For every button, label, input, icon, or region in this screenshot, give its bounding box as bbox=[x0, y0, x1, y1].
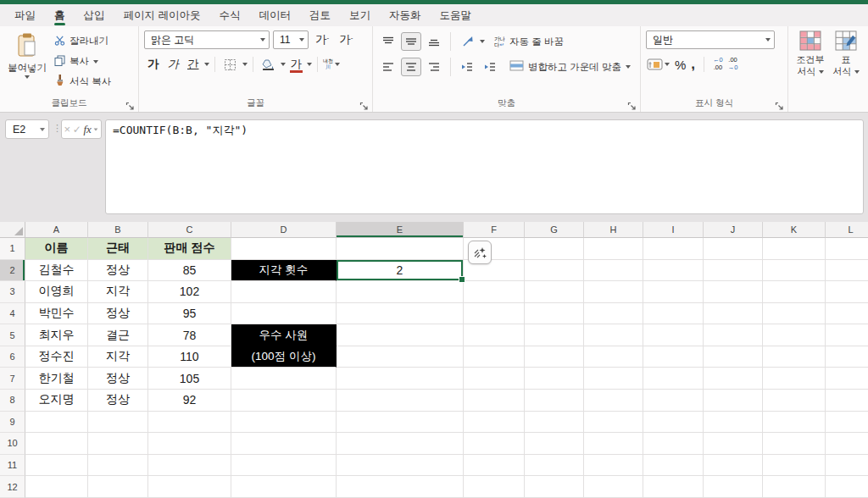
copy-button[interactable]: 복사 bbox=[54, 53, 111, 70]
cell-I1[interactable] bbox=[643, 238, 704, 260]
cell-E4[interactable] bbox=[337, 303, 464, 325]
col-header-K[interactable]: K bbox=[763, 222, 826, 238]
cell-I12[interactable] bbox=[643, 476, 704, 498]
cell-C3[interactable]: 102 bbox=[148, 281, 231, 303]
cell-A5[interactable]: 최지우 bbox=[25, 324, 88, 346]
paste-button[interactable]: 붙여넣기 bbox=[5, 30, 49, 95]
comma-style-button[interactable]: , bbox=[691, 60, 695, 69]
cell-B11[interactable] bbox=[88, 455, 148, 477]
cell-F10[interactable] bbox=[464, 433, 525, 455]
cell-J1[interactable] bbox=[704, 238, 763, 260]
cell-D11[interactable] bbox=[231, 455, 337, 477]
cell-D9[interactable] bbox=[231, 412, 337, 434]
cell-L6[interactable] bbox=[826, 346, 868, 368]
cell-K4[interactable] bbox=[763, 303, 826, 325]
cell-G12[interactable] bbox=[525, 476, 584, 498]
cell-B4[interactable]: 정상 bbox=[88, 303, 148, 325]
alignment-dialog-launcher[interactable] bbox=[627, 99, 637, 108]
insert-function-icon[interactable]: fx bbox=[83, 123, 91, 136]
cell-A1[interactable]: 이름 bbox=[25, 238, 88, 260]
cell-E5[interactable] bbox=[337, 324, 464, 346]
cell-I3[interactable] bbox=[643, 281, 704, 303]
cell-A8[interactable]: 오지명 bbox=[25, 390, 88, 412]
cell-B9[interactable] bbox=[88, 412, 148, 434]
cell-G2[interactable] bbox=[525, 260, 584, 282]
cell-B5[interactable]: 결근 bbox=[88, 324, 148, 346]
cell-L5[interactable] bbox=[826, 324, 868, 346]
cell-A12[interactable] bbox=[25, 476, 88, 498]
col-header-L[interactable]: L bbox=[826, 222, 868, 238]
wrap-text-button[interactable]: 가나다↵ 자동 줄 바꿈 bbox=[494, 36, 564, 48]
cell-K6[interactable] bbox=[763, 346, 826, 368]
cell-L3[interactable] bbox=[826, 281, 868, 303]
row-header-10[interactable]: 10 bbox=[0, 433, 25, 455]
align-middle-button[interactable] bbox=[401, 32, 421, 51]
fill-color-button[interactable] bbox=[259, 55, 279, 74]
shrink-font-button[interactable]: 가ˇ bbox=[336, 31, 356, 49]
cell-I2[interactable] bbox=[643, 260, 704, 282]
increase-indent-button[interactable] bbox=[480, 58, 500, 76]
cell-K10[interactable] bbox=[763, 433, 826, 455]
cell-B10[interactable] bbox=[88, 433, 148, 455]
cell-D10[interactable] bbox=[231, 433, 337, 455]
cell-C9[interactable] bbox=[148, 412, 231, 434]
align-center-button[interactable] bbox=[401, 58, 421, 76]
cell-I5[interactable] bbox=[643, 324, 704, 346]
cell-J7[interactable] bbox=[704, 368, 763, 390]
ribbon-tab-보기[interactable]: 보기 bbox=[340, 4, 380, 26]
cell-H12[interactable] bbox=[584, 476, 643, 498]
cell-G4[interactable] bbox=[525, 303, 584, 325]
cell-B12[interactable] bbox=[88, 476, 148, 498]
cell-B2[interactable]: 정상 bbox=[88, 260, 148, 282]
cell-A3[interactable]: 이영희 bbox=[25, 281, 88, 303]
cut-button[interactable]: 잘라내기 bbox=[54, 32, 111, 50]
cell-F7[interactable] bbox=[464, 368, 525, 390]
clipboard-dialog-launcher[interactable] bbox=[125, 99, 135, 108]
cell-L11[interactable] bbox=[826, 455, 868, 477]
cell-E10[interactable] bbox=[337, 433, 464, 455]
cell-A2[interactable]: 김철수 bbox=[25, 260, 88, 282]
underline-button[interactable]: 간 bbox=[184, 56, 203, 74]
decrease-indent-button[interactable] bbox=[457, 58, 477, 76]
ribbon-tab-파일[interactable]: 파일 bbox=[5, 4, 45, 26]
accounting-format-button[interactable] bbox=[646, 55, 670, 74]
cell-I6[interactable] bbox=[643, 346, 704, 368]
cell-C2[interactable]: 85 bbox=[148, 260, 231, 282]
cell-L10[interactable] bbox=[826, 433, 868, 455]
cell-D3[interactable] bbox=[231, 281, 337, 303]
row-header-4[interactable]: 4 bbox=[0, 303, 25, 325]
cell-I7[interactable] bbox=[643, 368, 704, 390]
cell-G11[interactable] bbox=[525, 455, 584, 477]
cell-L1[interactable] bbox=[826, 238, 868, 260]
decrease-decimal-button[interactable]: .00→0 bbox=[728, 57, 738, 71]
cell-C8[interactable]: 92 bbox=[148, 390, 231, 412]
format-painter-button[interactable]: 서식 복사 bbox=[54, 73, 111, 91]
cell-G10[interactable] bbox=[525, 433, 584, 455]
align-left-button[interactable] bbox=[378, 58, 398, 76]
borders-button[interactable] bbox=[220, 55, 241, 74]
cell-F6[interactable] bbox=[464, 346, 525, 368]
ribbon-tab-수식[interactable]: 수식 bbox=[209, 4, 249, 26]
number-format-combo[interactable]: 일반 bbox=[646, 30, 775, 49]
cell-J2[interactable] bbox=[704, 260, 763, 282]
cell-G8[interactable] bbox=[525, 390, 584, 412]
cell-H2[interactable] bbox=[584, 260, 643, 282]
cell-F12[interactable] bbox=[464, 476, 525, 498]
cell-I10[interactable] bbox=[643, 433, 704, 455]
ribbon-tab-도움말[interactable]: 도움말 bbox=[430, 4, 481, 26]
cell-E1[interactable] bbox=[337, 238, 464, 260]
cell-H11[interactable] bbox=[584, 455, 643, 477]
cell-B8[interactable]: 정상 bbox=[88, 390, 148, 412]
col-header-E[interactable]: E bbox=[337, 222, 464, 238]
cell-G1[interactable] bbox=[525, 238, 584, 260]
ribbon-tab-자동화[interactable]: 자동화 bbox=[380, 4, 431, 26]
col-header-H[interactable]: H bbox=[584, 222, 643, 238]
cell-H3[interactable] bbox=[584, 281, 643, 303]
enter-icon[interactable]: ✓ bbox=[73, 124, 81, 136]
font-color-button[interactable]: 가 bbox=[287, 56, 306, 74]
cell-A4[interactable]: 박민수 bbox=[25, 303, 88, 325]
grow-font-button[interactable]: 가ˆ bbox=[312, 31, 332, 49]
cell-B7[interactable]: 정상 bbox=[88, 368, 148, 390]
cell-B3[interactable]: 지각 bbox=[88, 281, 148, 303]
cell-F9[interactable] bbox=[464, 412, 525, 434]
